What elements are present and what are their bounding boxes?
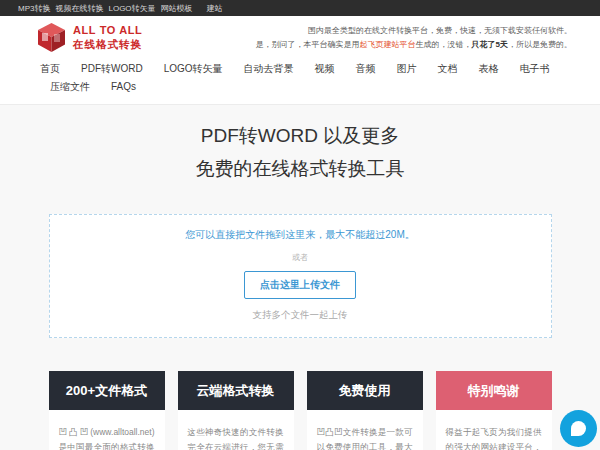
card-cloud-convert-body: 这些神奇快速的文件转换完全在云端进行，您无需在计算机上安装任何软件程序，只需要找…: [178, 410, 294, 450]
nav-item-home[interactable]: 首页: [40, 60, 60, 77]
drag-hint-text: 您可以直接把文件拖到这里来，最大不能超过20M。: [50, 228, 551, 242]
top-utility-bar: MP3转换 视频在线转换 LOGO转矢量 网站模板 建站: [0, 0, 600, 16]
feature-cards: 200+文件格式 凹凸凹(www.alltoall.net)是中国最全面的格式转…: [49, 371, 552, 450]
logo-title: ALL TO ALL: [73, 24, 142, 36]
card-file-formats-title: 200+文件格式: [49, 371, 165, 410]
or-text: 或者: [50, 252, 551, 263]
upload-file-button[interactable]: 点击这里上传文件: [244, 271, 356, 299]
nav-item-logo-vector[interactable]: LOGO转矢量: [164, 60, 223, 77]
chat-button[interactable]: [560, 410, 597, 447]
nav-row-2: 压缩文件 FAQs: [40, 78, 600, 95]
card-special-thanks-title: 特别鸣谢: [436, 371, 552, 410]
page-title: PDF转WORD 以及更多 免费的在线格式转换工具: [0, 119, 600, 185]
tagline-line2: 是，别问了，本平台确实是用起飞页建站平台生成的，没错，只花了5天，所以是免费的。: [256, 38, 572, 52]
topbar-link-video[interactable]: 视频在线转换: [55, 3, 103, 14]
nav-item-audio[interactable]: 音频: [356, 60, 376, 77]
logo-text: ALL TO ALL 在线格式转换: [73, 24, 142, 52]
card-free-use-body: 凹凸凹文件转换是一款可以免费使用的工具，最大可支持10M的文件，完全可以满足您9…: [307, 410, 423, 450]
logo-subtitle: 在线格式转换: [73, 38, 142, 52]
nav-item-faqs[interactable]: FAQs: [111, 78, 136, 95]
nav-row-1: 首页 PDF转WORD LOGO转矢量 自动去背景 视频 音频 图片 文档 表格…: [40, 60, 600, 77]
nav-item-spreadsheet[interactable]: 表格: [479, 60, 499, 77]
card-cloud-convert-title: 云端格式转换: [178, 371, 294, 410]
card-special-thanks-body: 得益于起飞页为我们提供的强大的网站建设平台，凹凸凹才能在短短一周内完成并上线。起…: [436, 410, 552, 450]
nav-item-pdf-to-word[interactable]: PDF转WORD: [81, 60, 143, 77]
tagline-line2-text3: ，所以是免费的。: [508, 40, 572, 49]
topbar-link-logo-vector[interactable]: LOGO转矢量: [108, 3, 155, 14]
card-free-use: 免费使用 凹凸凹文件转换是一款可以免费使用的工具，最大可支持10M的文件，完全可…: [307, 371, 423, 450]
site-header: ALL TO ALL 在线格式转换 国内最全类型的在线文件转换平台，免费，快速，…: [0, 16, 600, 57]
header-tagline: 国内最全类型的在线文件转换平台，免费，快速，无须下载安装任何软件。 是，别问了，…: [256, 24, 572, 52]
card-cloud-convert: 云端格式转换 这些神奇快速的文件转换完全在云端进行，您无需在计算机上安装任何软件…: [178, 371, 294, 450]
upload-dropzone[interactable]: 您可以直接把文件拖到这里来，最大不能超过20M。 或者 点击这里上传文件 支持多…: [49, 214, 552, 338]
main-nav: 首页 PDF转WORD LOGO转矢量 自动去背景 视频 音频 图片 文档 表格…: [0, 57, 600, 105]
topbar-link-templates[interactable]: 网站模板: [161, 3, 193, 14]
nav-item-ebook[interactable]: 电子书: [520, 60, 550, 77]
nav-item-image[interactable]: 图片: [397, 60, 417, 77]
chat-bubble-icon: [571, 421, 586, 436]
card-file-formats: 200+文件格式 凹凸凹(www.alltoall.net)是中国最全面的格式转…: [49, 371, 165, 450]
nav-item-video[interactable]: 视频: [315, 60, 335, 77]
tagline-qifeiye-link[interactable]: 起飞页建站平台: [360, 40, 416, 49]
tagline-line2-text2: 生成的，没错，: [416, 40, 472, 49]
topbar-link-site-builder[interactable]: 建站: [207, 3, 223, 14]
card-file-formats-body: 凹凸凹(www.alltoall.net)是中国最全面的格式转换平台，支持约20…: [49, 410, 165, 450]
page-title-line2: 免费的在线格式转换工具: [0, 152, 600, 185]
topbar-link-mp3[interactable]: MP3转换: [18, 3, 50, 14]
nav-item-remove-bg[interactable]: 自动去背景: [244, 60, 294, 77]
card-special-thanks: 特别鸣谢 得益于起飞页为我们提供的强大的网站建设平台，凹凸凹才能在短短一周内完成…: [436, 371, 552, 450]
tagline-line2-bold: 只花了5天: [472, 40, 508, 49]
multi-upload-hint: 支持多个文件一起上传: [50, 309, 551, 322]
card-free-use-title: 免费使用: [307, 371, 423, 410]
site-logo[interactable]: ALL TO ALL 在线格式转换: [38, 23, 142, 52]
tagline-line2-text1: 是，别问了，本平台确实是用: [256, 40, 360, 49]
cube-logo-icon: [38, 23, 65, 52]
nav-item-archive[interactable]: 压缩文件: [50, 78, 90, 95]
tagline-line1: 国内最全类型的在线文件转换平台，免费，快速，无须下载安装任何软件。: [256, 24, 572, 38]
page-title-line1: PDF转WORD 以及更多: [0, 119, 600, 152]
nav-item-document[interactable]: 文档: [438, 60, 458, 77]
